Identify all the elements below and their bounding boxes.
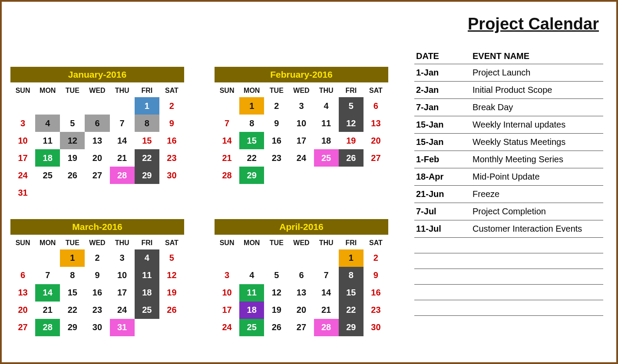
event-name: Project Launch	[471, 64, 603, 82]
event-name: Freeze	[471, 186, 603, 203]
day-cell: 20	[10, 302, 35, 319]
event-row: 18-AprMid-Point Update	[414, 168, 603, 186]
day-header: SAT	[159, 235, 184, 249]
day-header: SUN	[215, 82, 239, 97]
day-header: WED	[85, 235, 109, 249]
day-cell: 4	[35, 115, 60, 132]
day-header: WED	[85, 82, 109, 97]
empty-cell	[414, 238, 471, 253]
day-cell: 6	[10, 267, 35, 284]
day-cell: 29	[239, 167, 264, 184]
event-name: Initial Product Scope	[471, 82, 603, 99]
day-cell: 16	[85, 284, 109, 302]
day-cell: 31	[10, 184, 35, 201]
day-cell: 18	[239, 302, 264, 319]
day-cell: 19	[159, 284, 184, 302]
day-cell: 23	[264, 149, 289, 167]
page-title: Project Calendar	[414, 15, 599, 33]
event-row: 15-JanWeekly Internal updates	[414, 116, 603, 134]
month-title: March-2016	[10, 219, 184, 235]
event-date: 2-Jan	[414, 82, 471, 99]
day-cell: 8	[135, 115, 159, 132]
month-grid: SUNMONTUEWEDTHUFRISAT1234567891011121314…	[215, 82, 388, 184]
day-cell: 17	[289, 132, 314, 149]
event-name: Weekly Status Meetings	[471, 134, 603, 151]
day-cell: 22	[239, 149, 264, 167]
day-cell: 2	[85, 249, 109, 267]
day-header: TUE	[264, 235, 289, 249]
day-cell: 1	[135, 97, 159, 115]
day-cell: 9	[264, 115, 289, 132]
day-cell: 18	[135, 284, 159, 302]
empty-cell	[314, 249, 339, 267]
day-header: FRI	[339, 82, 364, 97]
day-cell: 28	[215, 167, 239, 184]
month-title: February-2016	[215, 67, 388, 82]
event-date: 11-Jul	[414, 220, 471, 238]
day-cell: 17	[10, 149, 35, 167]
day-header: MON	[35, 82, 60, 97]
day-cell: 3	[110, 249, 135, 267]
day-cell: 17	[215, 302, 239, 319]
day-cell: 18	[35, 149, 60, 167]
day-header: SAT	[364, 235, 388, 249]
event-row: 21-JunFreeze	[414, 186, 603, 203]
empty-cell	[10, 97, 35, 115]
event-name: Break Day	[471, 99, 603, 116]
day-cell: 12	[60, 132, 85, 149]
month-title: January-2016	[10, 67, 184, 82]
day-cell: 6	[289, 267, 314, 284]
empty-cell	[414, 285, 471, 300]
day-cell: 3	[289, 97, 314, 115]
empty-cell	[85, 97, 109, 115]
empty-cell	[289, 249, 314, 267]
event-table: DATE EVENT NAME 1-JanProject Launch2-Jan…	[414, 49, 603, 316]
event-date: 7-Jan	[414, 99, 471, 116]
empty-cell	[215, 249, 239, 267]
event-row-empty	[414, 269, 603, 285]
day-cell: 19	[60, 149, 85, 167]
empty-cell	[35, 249, 60, 267]
day-cell: 23	[159, 149, 184, 167]
event-header-date: DATE	[414, 49, 471, 64]
empty-cell	[35, 97, 60, 115]
day-cell: 25	[135, 302, 159, 319]
day-cell: 30	[159, 167, 184, 184]
event-name: Customer Interaction Events	[471, 220, 603, 238]
day-cell: 26	[60, 167, 85, 184]
day-cell: 9	[159, 115, 184, 132]
event-row: 2-JanInitial Product Scope	[414, 82, 603, 99]
day-header: THU	[314, 82, 339, 97]
day-cell: 2	[159, 97, 184, 115]
event-date: 1-Jan	[414, 64, 471, 82]
day-cell: 10	[110, 267, 135, 284]
event-row: 11-JulCustomer Interaction Events	[414, 220, 603, 238]
day-cell: 24	[10, 167, 35, 184]
month-grid: SUNMONTUEWEDTHUFRISAT1234567891011121314…	[10, 82, 184, 201]
day-cell: 12	[264, 284, 289, 302]
day-cell: 24	[215, 319, 239, 336]
month-block: February-2016SUNMONTUEWEDTHUFRISAT123456…	[215, 67, 388, 202]
event-date: 21-Jun	[414, 186, 471, 203]
day-cell: 11	[239, 284, 264, 302]
day-cell: 21	[110, 149, 135, 167]
day-header: WED	[289, 235, 314, 249]
day-header: THU	[314, 235, 339, 249]
day-cell: 13	[289, 284, 314, 302]
day-cell: 16	[264, 132, 289, 149]
day-cell: 13	[85, 132, 109, 149]
event-date: 18-Apr	[414, 168, 471, 186]
day-cell: 1	[239, 97, 264, 115]
day-cell: 4	[135, 249, 159, 267]
event-row: 1-FebMonthly Meeting Series	[414, 151, 603, 168]
event-name: Monthly Meeting Series	[471, 151, 603, 168]
event-row-empty	[414, 300, 603, 316]
day-cell: 14	[35, 284, 60, 302]
day-cell: 10	[289, 115, 314, 132]
event-date: 7-Jul	[414, 203, 471, 220]
day-cell: 28	[35, 319, 60, 336]
day-cell: 20	[364, 132, 388, 149]
day-cell: 7	[35, 267, 60, 284]
day-cell: 27	[10, 319, 35, 336]
day-header: FRI	[135, 235, 159, 249]
